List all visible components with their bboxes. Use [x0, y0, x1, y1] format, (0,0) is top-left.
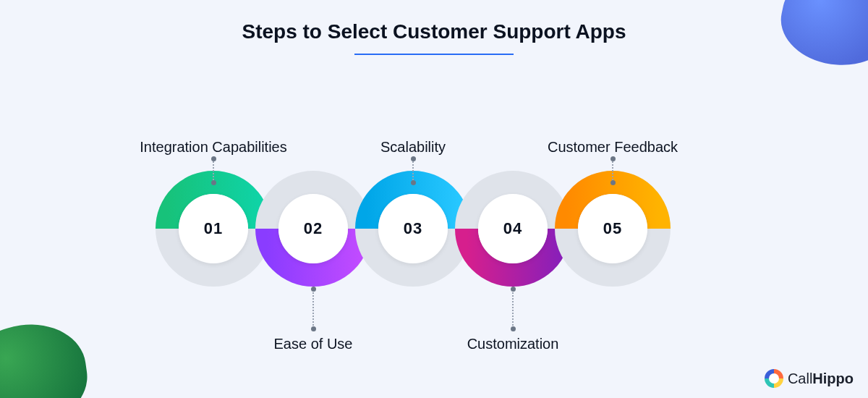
- step-ring-inner: 05: [578, 194, 647, 263]
- brand-name-prefix: Call: [788, 371, 812, 386]
- step-ring-inner: 03: [378, 194, 448, 263]
- step-ring: 01: [156, 171, 271, 287]
- step-label: Scalability: [380, 139, 446, 156]
- steps-diagram: 01Integration Capabilities02Ease of Use0…: [0, 69, 868, 373]
- step-ring-inner: 01: [179, 194, 248, 263]
- step-number: 04: [503, 219, 522, 238]
- connector-line: [412, 159, 414, 182]
- step-number: 03: [404, 219, 422, 238]
- step-label: Integration Capabilities: [140, 139, 286, 156]
- step-ring-inner: 02: [278, 194, 348, 263]
- page-title: Steps to Select Customer Support Apps: [0, 0, 868, 43]
- connector-line: [512, 289, 514, 329]
- connector-line: [312, 289, 314, 329]
- step-ring: 03: [355, 171, 471, 287]
- connector-line: [213, 159, 214, 182]
- title-underline: [354, 54, 514, 55]
- step-ring: 04: [455, 171, 571, 287]
- step-label: Ease of Use: [274, 336, 353, 352]
- decorative-blob-top-right: [773, 0, 868, 76]
- step-number: 05: [603, 219, 622, 238]
- step-ring-inner: 04: [478, 194, 548, 263]
- brand-logo: CallHippo: [765, 369, 854, 388]
- step-label: Customization: [467, 336, 559, 352]
- step-ring: 02: [255, 171, 371, 287]
- brand-name-suffix: Hippo: [812, 371, 854, 386]
- step-number: 02: [304, 219, 323, 238]
- brand-mark-icon: [765, 369, 783, 388]
- step-number: 01: [204, 219, 223, 238]
- step-ring: 05: [555, 171, 671, 287]
- brand-name: CallHippo: [788, 371, 854, 387]
- connector-line: [612, 159, 613, 182]
- step-label: Customer Feedback: [548, 139, 678, 156]
